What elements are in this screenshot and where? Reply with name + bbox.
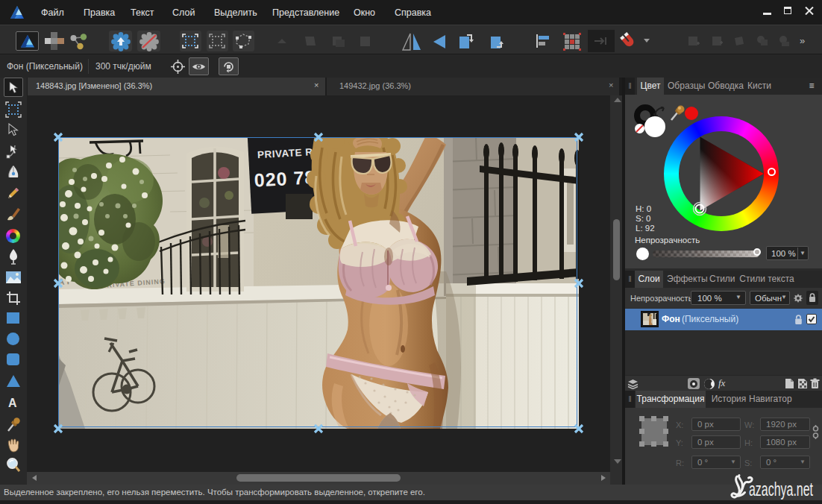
svg-text:azachya.net: azachya.net: [749, 479, 813, 500]
